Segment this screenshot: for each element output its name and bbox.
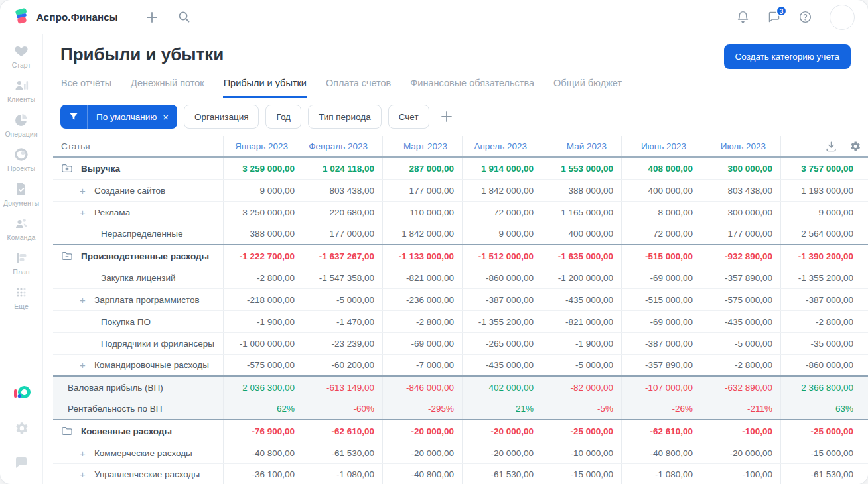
cell-value: -2 800,00: [780, 311, 868, 332]
cell-value: 1 553 000,00: [542, 158, 621, 179]
messages-icon[interactable]: 3: [767, 10, 781, 24]
filter-chip[interactable]: Тип периода: [308, 105, 382, 129]
cell-value: -821 000,00: [382, 267, 462, 288]
remove-filter-icon[interactable]: ×: [163, 112, 169, 122]
cell-value: -20 000,00: [462, 420, 542, 442]
cell-value: -1 900,00: [223, 311, 303, 332]
filter-chip[interactable]: Организация: [184, 105, 259, 129]
cell-value: -5 000,00: [701, 333, 780, 354]
cell-value: -1 355 200,00: [462, 311, 542, 332]
add-filter-button[interactable]: [441, 111, 453, 123]
table-row[interactable]: Производственные расходы-1 222 700,00-1 …: [53, 245, 868, 267]
expand-plus-icon[interactable]: +: [78, 469, 87, 480]
row-label: Реклама: [94, 208, 130, 217]
expand-plus-icon[interactable]: +: [78, 359, 87, 371]
sidebar-item-4[interactable]: Проекты: [3, 147, 39, 172]
tab-item[interactable]: Оплата счетов: [325, 74, 392, 98]
tab-item[interactable]: Все отчёты: [60, 74, 112, 98]
cell-value: 1 842 000,00: [462, 180, 542, 201]
tab-item[interactable]: Общий бюджет: [553, 74, 622, 98]
settings-gear-icon[interactable]: [13, 420, 29, 439]
table-row[interactable]: + Управленческие расходы-36 100,00-1 080…: [53, 464, 868, 484]
table-header-row: Статья Январь 2023Февраль 2023Март 2023А…: [53, 136, 868, 158]
applied-filter-chip[interactable]: По умолчанию ×: [60, 105, 177, 129]
column-header-month: Январь 2023: [223, 136, 303, 156]
global-add-icon[interactable]: [146, 11, 158, 23]
create-category-button[interactable]: Создать категорию учета: [724, 44, 851, 69]
cell-value: -265 000,00: [462, 333, 542, 354]
table-row: Валовая прибыль (ВП)2 036 300,00-613 149…: [53, 377, 868, 398]
notifications-bell-icon[interactable]: [736, 10, 750, 24]
operations-icon: [13, 112, 29, 128]
team-icon: [13, 215, 29, 231]
table-row[interactable]: + Создание сайтов9 000,00803 438,00177 0…: [53, 180, 868, 202]
cell-value: -295%: [382, 398, 462, 419]
cell-value: -61 530,00: [462, 464, 542, 484]
tab-item[interactable]: Финансовые обязательства: [409, 74, 535, 98]
row-label: Подрядчики и фрилансеры: [53, 339, 214, 349]
cell-value: -860 000,00: [462, 267, 542, 288]
sidebar-item-label: Клиенты: [7, 95, 35, 103]
tab-item[interactable]: Денежный поток: [130, 74, 205, 98]
sidebar-item-1[interactable]: Старт: [3, 43, 39, 69]
table-row[interactable]: Подрядчики и фрилансеры-1 000 000,00-23 …: [53, 333, 868, 355]
filter-bar: По умолчанию × ОрганизацияГодТип периода…: [43, 98, 868, 136]
user-avatar[interactable]: [830, 5, 855, 30]
table-settings-gear-icon[interactable]: [849, 140, 861, 152]
help-icon[interactable]: [798, 10, 812, 24]
expand-plus-icon[interactable]: +: [78, 294, 87, 306]
table-row[interactable]: + Зарплата программистов-218 000,00-5 00…: [53, 289, 868, 311]
row-label: Управленческие расходы: [94, 469, 200, 479]
filter-chip[interactable]: Год: [265, 105, 301, 129]
table-row[interactable]: Закупка лицензий-2 800,00-1 547 358,00-8…: [53, 267, 868, 289]
sidebar-item-label: Операции: [5, 130, 37, 138]
sidebar-item-3[interactable]: Операции: [3, 112, 39, 138]
cell-value: -69 000,00: [382, 333, 462, 354]
cell-value: -435 000,00: [701, 311, 780, 332]
column-header-month: Февраль 2023: [303, 136, 382, 156]
table-row[interactable]: Покупка ПО-1 900,00-1 470,00-2 800,00-1 …: [53, 311, 868, 333]
brand[interactable]: Аспро.Финансы: [13, 7, 118, 27]
sidebar-item-label: Старт: [12, 61, 31, 69]
table-row[interactable]: Нераспределенные388 000,00177 000,001 84…: [53, 223, 868, 245]
table-row[interactable]: + Коммерческие расходы-40 800,00-61 530,…: [53, 442, 868, 464]
cell-value: 9 000,00: [223, 180, 303, 201]
sidebar: Старт Клиенты Операции Проекты Документы…: [0, 34, 43, 484]
expand-plus-icon[interactable]: +: [78, 185, 87, 196]
cell-value: -5%: [542, 398, 621, 419]
table-row[interactable]: + Реклама3 250 000,00220 680,00110 000,0…: [53, 202, 868, 223]
sidebar-item-8[interactable]: Ещё: [3, 284, 39, 310]
sidebar-item-7[interactable]: План: [3, 250, 39, 276]
cell-value: 9 000,00: [462, 223, 542, 244]
cell-value: -2 800,00: [382, 311, 462, 332]
sidebar-item-2[interactable]: Клиенты: [3, 78, 39, 103]
table-row[interactable]: Косвенные расходы-76 900,00-62 610,00-20…: [53, 420, 868, 442]
folder-icon[interactable]: [61, 426, 73, 436]
folder-plus-icon[interactable]: [61, 163, 73, 174]
cell-value: 63%: [780, 398, 868, 419]
download-icon[interactable]: [825, 140, 837, 152]
expand-plus-icon[interactable]: +: [78, 207, 87, 218]
sidebar-item-label: План: [13, 268, 29, 276]
cell-value: -69 000,00: [621, 311, 701, 332]
support-chat-icon[interactable]: [13, 455, 29, 473]
table-row[interactable]: Выручка3 259 000,001 024 118,00287 000,0…: [53, 158, 868, 180]
product-logo-icon[interactable]: [11, 382, 31, 404]
expand-plus-icon[interactable]: +: [78, 448, 87, 459]
sidebar-item-5[interactable]: Документы: [3, 181, 39, 207]
table-row[interactable]: + Командировочные расходы-575 000,00-60 …: [53, 355, 868, 377]
cell-value: -60%: [303, 398, 382, 419]
sidebar-item-label: Документы: [3, 199, 39, 207]
filter-chip[interactable]: Счет: [388, 105, 429, 129]
cell-value: 300 000,00: [701, 158, 780, 179]
cell-value: 400 000,00: [621, 180, 701, 201]
cell-value: -575 000,00: [701, 289, 780, 310]
cell-value: -1 390 200,00: [780, 245, 868, 267]
tab-active[interactable]: Прибыли и убытки: [223, 74, 307, 98]
row-label: Рентабельность по ВП: [53, 404, 162, 414]
folder-minus-icon[interactable]: [61, 251, 73, 261]
search-icon[interactable]: [178, 11, 190, 23]
cell-value: -76 900,00: [223, 420, 303, 442]
cell-value: 402 000,00: [462, 377, 542, 398]
sidebar-item-6[interactable]: Команда: [3, 215, 39, 241]
